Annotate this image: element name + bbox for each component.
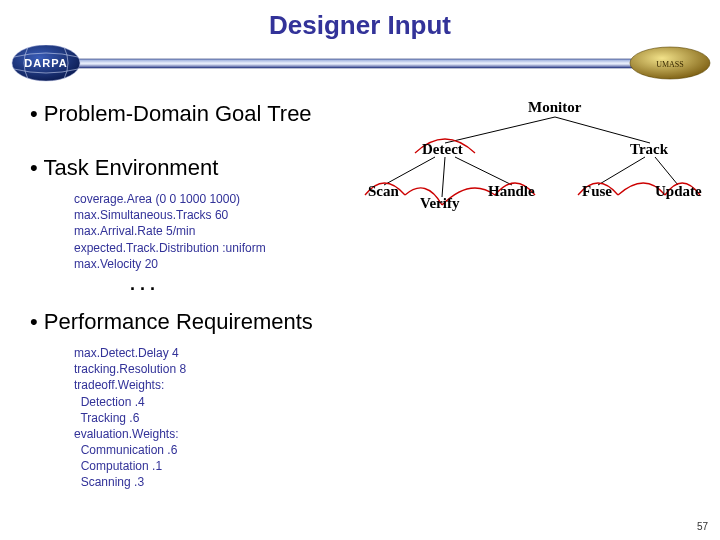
page-number: 57	[697, 521, 708, 532]
darpa-logo: DARPA	[12, 45, 80, 81]
ellipsis: . . .	[130, 274, 720, 295]
svg-text:DARPA: DARPA	[24, 57, 67, 69]
tree-node-fuse: Fuse	[582, 183, 612, 200]
svg-line-7	[555, 117, 650, 143]
title-rule: DARPA UMASS	[0, 45, 720, 83]
slide-title: Designer Input	[0, 10, 720, 41]
svg-text:UMASS: UMASS	[656, 60, 684, 69]
goal-tree-diagram: Monitor Detect Track Scan Verify Handle …	[360, 95, 720, 225]
umass-logo: UMASS	[630, 47, 710, 79]
tree-node-scan: Scan	[368, 183, 399, 200]
svg-line-11	[598, 157, 645, 185]
tree-node-verify: Verify	[420, 195, 459, 212]
svg-line-6	[445, 117, 555, 143]
bullet-performance-requirements: • Performance Requirements	[30, 309, 720, 335]
svg-line-12	[655, 157, 678, 185]
svg-line-10	[455, 157, 512, 185]
tree-node-update: Update	[655, 183, 702, 200]
tree-node-handle: Handle	[488, 183, 535, 200]
svg-line-8	[384, 157, 435, 185]
performance-params: max.Detect.Delay 4 tracking.Resolution 8…	[74, 345, 720, 491]
tree-node-monitor: Monitor	[528, 99, 581, 116]
tree-node-detect: Detect	[422, 141, 463, 158]
svg-line-9	[442, 157, 445, 197]
svg-rect-0	[40, 59, 680, 68]
tree-node-track: Track	[630, 141, 668, 158]
